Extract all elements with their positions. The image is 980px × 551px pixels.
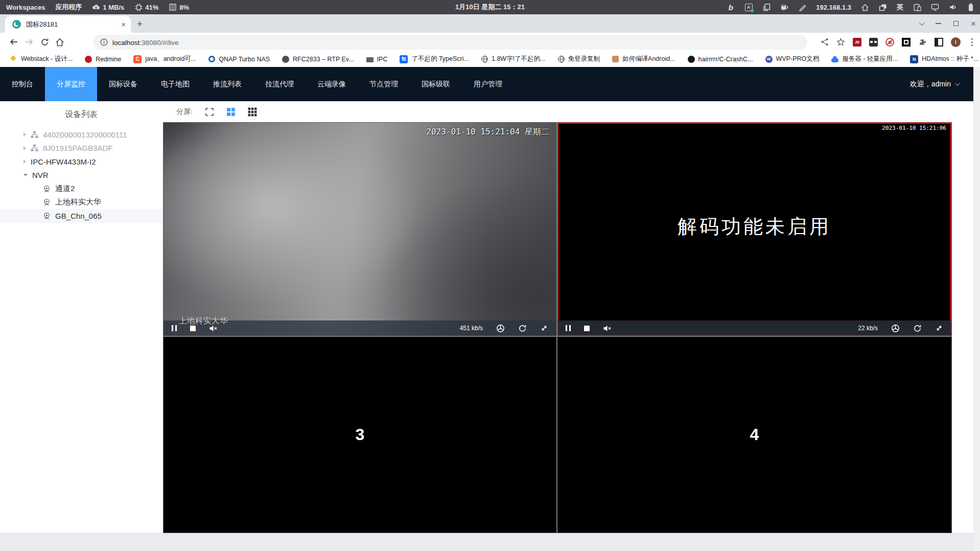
tree-channel-row[interactable]: 上地科实大华	[0, 196, 162, 210]
nav-item-cloud-record[interactable]: 云端录像	[306, 67, 358, 101]
bookmark-zhihu[interactable]: 知了不起的 TypeScri...	[400, 55, 469, 63]
refresh-icon[interactable]	[913, 324, 922, 333]
input-language-indicator[interactable]: 英	[897, 3, 903, 12]
reload-button[interactable]	[37, 38, 52, 47]
clipboard-tray-icon[interactable]	[762, 3, 771, 11]
volume-tray-icon[interactable]	[949, 3, 957, 11]
window-restore-button[interactable]	[953, 21, 959, 26]
bookmark-wvp-docs[interactable]: WWVP-PRO文档	[765, 55, 820, 63]
window-switcher-icon[interactable]	[879, 3, 887, 11]
pen-tray-icon[interactable]	[798, 3, 806, 11]
desktop-clock[interactable]: 1月10日 星期二 15：21	[455, 3, 525, 12]
bookmark-folder-ipc[interactable]: IPC	[366, 56, 388, 63]
coffee-tray-icon[interactable]	[780, 3, 788, 11]
single-screen-icon[interactable]	[205, 107, 214, 117]
nav-item-gb-devices[interactable]: 国标设备	[97, 67, 149, 101]
caret-right-icon[interactable]	[24, 146, 26, 150]
video-panel-1[interactable]: 2023-01-10 15:21:04 星期二 上地科实大华 451 kb/s	[164, 123, 556, 336]
battery-tray-icon[interactable]	[967, 3, 975, 11]
nav-item-gb-cascade[interactable]: 国标级联	[410, 67, 462, 101]
home-button[interactable]	[52, 38, 67, 47]
video-panel-3[interactable]: 3	[164, 337, 556, 533]
browser-menu-icon[interactable]	[971, 41, 973, 43]
pause-icon[interactable]	[566, 325, 571, 331]
caret-down-icon[interactable]	[24, 174, 28, 176]
nav-item-push-list[interactable]: 推流列表	[201, 67, 253, 101]
new-tab-button[interactable]: +	[137, 18, 143, 30]
nine-split-icon[interactable]	[248, 107, 257, 117]
tree-channel-row[interactable]: 通道2	[0, 182, 162, 196]
window-minimize-button[interactable]	[936, 23, 941, 24]
tree-device-row[interactable]: 8J01915PAGB3ADF	[0, 142, 162, 155]
aperture-settings-icon[interactable]	[496, 324, 505, 333]
nav-item-pull-proxy[interactable]: 拉流代理	[253, 67, 306, 101]
bookmark-article[interactable]: 1.8W字!了不起的...	[481, 55, 546, 63]
profile-avatar[interactable]: I	[951, 37, 961, 47]
ip-address[interactable]: 192.168.1.3	[816, 4, 851, 11]
bookmark-tencent-cloud[interactable]: 服务器 - 轻量应用...	[831, 55, 898, 63]
split-screen-toolbar: 分屏:	[176, 101, 257, 123]
bookmark-rfc2833[interactable]: RFC2833 – RTP Ev...	[282, 56, 354, 63]
applications-menu[interactable]: 应用程序	[55, 3, 82, 12]
bookmark-hdatmos[interactable]: NHDAtmos :: 种子 *...	[910, 55, 978, 63]
pause-icon[interactable]	[172, 325, 177, 331]
tree-device-row[interactable]: IPC-HFW4433M-I2	[0, 155, 162, 169]
fullscreen-expand-icon[interactable]	[935, 324, 943, 332]
video-grid: 2023-01-10 15:21:04 星期二 上地科实大华 451 kb/s	[164, 123, 951, 533]
share-icon[interactable]	[820, 38, 829, 47]
translate-tray-icon[interactable]: A	[744, 3, 753, 11]
nav-item-split-screen-monitor[interactable]: 分屏监控	[45, 67, 97, 101]
nav-item-node-manage[interactable]: 节点管理	[358, 67, 410, 101]
tree-device-row[interactable]: 44020000013200000111	[0, 128, 162, 142]
four-split-icon[interactable]	[226, 107, 236, 117]
bookmark-webstack[interactable]: Webstack - 设计...	[9, 55, 73, 63]
tab-close-icon[interactable]: ×	[121, 20, 126, 28]
nav-item-user-manage[interactable]: 用户管理	[462, 67, 514, 101]
nav-item-console[interactable]: 控制台	[0, 67, 45, 101]
aperture-settings-icon[interactable]	[891, 324, 900, 333]
user-menu[interactable]: 欢迎，admin	[910, 67, 980, 101]
video-panel-2[interactable]: 2023-01-10 15:21:06 解码功能未启用 22 kb/s	[557, 123, 951, 336]
csdn-favicon: C	[133, 55, 142, 63]
bitrate-label: 22 kb/s	[858, 325, 878, 332]
display-tray-icon[interactable]	[931, 3, 939, 11]
window-close-button[interactable]: ×	[971, 19, 976, 28]
rfc-favicon	[282, 56, 289, 63]
bookmark-copy-tool[interactable]: 免登录复制	[558, 55, 600, 63]
mute-icon[interactable]	[603, 325, 612, 332]
refresh-icon[interactable]	[518, 324, 527, 333]
video-panel-4[interactable]: 4	[557, 337, 951, 533]
site-info-icon[interactable]	[100, 38, 108, 46]
address-bar[interactable]: localhost:38080/#/live	[93, 35, 807, 50]
dark-square-extension-icon[interactable]	[902, 38, 911, 47]
browser-tab[interactable]: 国标28181 ×	[5, 16, 131, 33]
workspaces-button[interactable]: Workspaces	[6, 4, 45, 11]
bookmark-star-icon[interactable]	[836, 38, 845, 47]
bookmark-android-compile[interactable]: 如何编译Android...	[612, 55, 675, 63]
js-extension-icon[interactable]: JS	[853, 38, 861, 47]
bing-tray-icon[interactable]: b	[727, 3, 735, 11]
tampermonkey-extension-icon[interactable]	[869, 38, 878, 47]
bookmarks-bar: Webstack - 设计... Redmine Cjava、android可.…	[0, 51, 980, 67]
reader-extension-icon[interactable]	[935, 38, 943, 47]
caret-right-icon[interactable]	[24, 132, 26, 136]
back-button[interactable]	[6, 38, 21, 46]
stop-icon[interactable]	[584, 326, 590, 331]
caret-right-icon[interactable]	[24, 159, 26, 164]
tree-channel-row-selected[interactable]: GB_Chn_065	[0, 209, 162, 223]
decode-disabled-message: 解码功能未启用	[557, 123, 951, 336]
bookmark-github[interactable]: hairrrrr/C-CrashC...	[688, 56, 753, 63]
home-tray-icon[interactable]	[861, 3, 869, 11]
tree-device-row-expanded[interactable]: NVR	[0, 169, 162, 182]
forward-button[interactable]	[21, 38, 37, 46]
nav-item-e-map[interactable]: 电子地图	[149, 67, 201, 101]
bookmark-redmine[interactable]: Redmine	[85, 56, 121, 63]
page-scrollbar[interactable]	[973, 67, 980, 551]
adblock-extension-icon[interactable]	[885, 38, 894, 47]
extensions-puzzle-icon[interactable]	[918, 38, 927, 47]
phonelink-tray-icon[interactable]	[913, 3, 921, 11]
bookmark-csdn[interactable]: Cjava、android可...	[133, 55, 196, 63]
tab-search-chevron-icon[interactable]	[919, 20, 925, 26]
bookmark-qnap[interactable]: QNAP Turbo NAS	[208, 56, 270, 63]
fullscreen-expand-icon[interactable]	[540, 324, 548, 332]
